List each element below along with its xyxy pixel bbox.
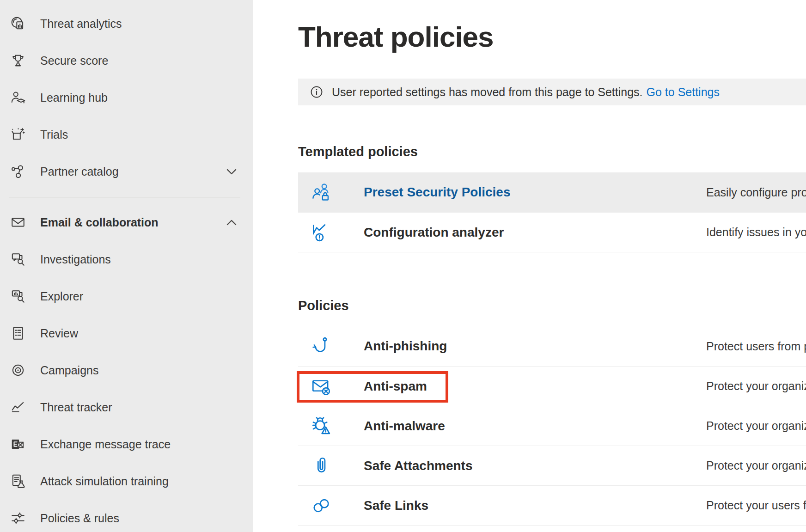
review-icon bbox=[10, 325, 26, 341]
row-label: Anti-phishing bbox=[364, 339, 447, 354]
sidebar-item-label: Threat tracker bbox=[40, 401, 112, 414]
preset-security-policies-icon bbox=[311, 182, 331, 202]
row-description: Protect your organiz bbox=[706, 459, 806, 472]
safe-links-icon bbox=[311, 495, 331, 516]
row-label: Configuration analyzer bbox=[364, 225, 504, 240]
row-anti-malware[interactable]: Anti-malware Protect your organiz bbox=[298, 406, 806, 446]
policies-list: Anti-phishing Protect users from p Anti-… bbox=[298, 326, 806, 526]
secure-score-icon bbox=[10, 53, 26, 68]
anti-spam-icon bbox=[311, 376, 331, 397]
threat-tracker-icon bbox=[10, 399, 26, 415]
row-anti-spam[interactable]: Anti-spam Protect your organiz bbox=[298, 366, 806, 406]
explorer-icon bbox=[10, 288, 26, 304]
sidebar-item-label: Explorer bbox=[40, 290, 83, 303]
info-icon bbox=[310, 86, 323, 98]
row-anti-phishing[interactable]: Anti-phishing Protect users from p bbox=[298, 326, 806, 366]
templated-policies-list: Preset Security Policies Easily configur… bbox=[298, 172, 806, 252]
main-content: Threat policies User reported settings h… bbox=[253, 0, 806, 532]
sidebar-item-label: Partner catalog bbox=[40, 165, 119, 178]
campaigns-icon bbox=[10, 362, 26, 378]
sidebar-item-label: Secure score bbox=[40, 54, 108, 67]
row-label: Preset Security Policies bbox=[364, 185, 511, 200]
partner-catalog-icon bbox=[10, 164, 26, 179]
sidebar-item-label: Trials bbox=[40, 128, 68, 141]
row-description: Identify issues in you bbox=[706, 226, 806, 239]
sidebar-item-label: Exchange message trace bbox=[40, 438, 171, 451]
sidebar-item-label: Investigations bbox=[40, 253, 111, 266]
trials-icon bbox=[10, 127, 26, 142]
chevron-down-icon bbox=[226, 168, 237, 175]
sidebar-item-exchange-message-trace[interactable]: Exchange message trace bbox=[0, 426, 253, 463]
configuration-analyzer-icon bbox=[311, 222, 331, 243]
sidebar-item-email-collaboration[interactable]: Email & collaboration bbox=[0, 204, 253, 241]
safe-attachments-icon bbox=[311, 456, 331, 476]
row-safe-attachments[interactable]: Safe Attachments Protect your organiz bbox=[298, 446, 806, 485]
row-preset-security-policies[interactable]: Preset Security Policies Easily configur… bbox=[298, 172, 806, 212]
row-description: Protect your users fr bbox=[706, 499, 806, 512]
sidebar-item-secure-score[interactable]: Secure score bbox=[0, 42, 253, 79]
defender-portal: Threat analytics Secure score bbox=[0, 0, 806, 532]
sidebar-divider bbox=[9, 197, 240, 197]
row-configuration-analyzer[interactable]: Configuration analyzer Identify issues i… bbox=[298, 212, 806, 252]
exchange-message-trace-icon bbox=[10, 436, 26, 452]
row-label: Safe Links bbox=[364, 498, 428, 513]
templated-policies-heading: Templated policies bbox=[298, 143, 806, 160]
row-description: Protect your organiz bbox=[706, 379, 806, 393]
policies-rules-icon bbox=[10, 510, 26, 526]
go-to-settings-link[interactable]: Go to Settings bbox=[647, 86, 720, 99]
sidebar-item-trials[interactable]: Trials bbox=[0, 116, 253, 153]
row-label: Anti-malware bbox=[364, 419, 445, 434]
learning-hub-icon bbox=[10, 90, 26, 105]
anti-phishing-icon bbox=[311, 336, 331, 356]
sidebar-item-partner-catalog[interactable]: Partner catalog bbox=[0, 153, 253, 190]
sidebar-item-campaigns[interactable]: Campaigns bbox=[0, 352, 253, 389]
row-description: Protect users from p bbox=[706, 340, 806, 353]
row-label: Anti-spam bbox=[364, 379, 427, 394]
page-title: Threat policies bbox=[298, 19, 806, 55]
sidebar-item-review[interactable]: Review bbox=[0, 315, 253, 352]
policies-heading: Policies bbox=[298, 297, 806, 314]
sidebar-item-threat-tracker[interactable]: Threat tracker bbox=[0, 389, 253, 426]
sidebar-item-threat-analytics[interactable]: Threat analytics bbox=[0, 5, 253, 42]
row-safe-links[interactable]: Safe Links Protect your users fr bbox=[298, 485, 806, 525]
threat-analytics-icon bbox=[10, 16, 26, 31]
sidebar-item-explorer[interactable]: Explorer bbox=[0, 278, 253, 315]
info-banner: User reported settings has moved from th… bbox=[298, 79, 806, 105]
anti-malware-icon bbox=[311, 416, 331, 436]
sidebar-item-label: Policies & rules bbox=[40, 512, 119, 525]
sidebar-item-label: Review bbox=[40, 327, 78, 340]
sidebar-item-policies-rules[interactable]: Policies & rules bbox=[0, 500, 253, 532]
sidebar-item-investigations[interactable]: Investigations bbox=[0, 241, 253, 278]
investigations-icon bbox=[10, 251, 26, 267]
attack-simulation-training-icon bbox=[10, 473, 26, 489]
banner-message: User reported settings has moved from th… bbox=[332, 86, 643, 99]
sidebar-item-label: Campaigns bbox=[40, 364, 98, 377]
row-description: Protect your organiz bbox=[706, 419, 806, 433]
sidebar-item-label: Learning hub bbox=[40, 91, 108, 104]
chevron-up-icon bbox=[226, 219, 237, 226]
sidebar-item-attack-simulation-training[interactable]: Attack simulation training bbox=[0, 463, 253, 500]
sidebar-nav: Threat analytics Secure score bbox=[0, 0, 253, 532]
row-description: Easily configure prot bbox=[706, 186, 806, 199]
sidebar-item-label: Email & collaboration bbox=[40, 216, 159, 229]
email-collaboration-icon bbox=[10, 214, 26, 230]
row-label: Safe Attachments bbox=[364, 459, 472, 473]
sidebar-item-learning-hub[interactable]: Learning hub bbox=[0, 79, 253, 116]
sidebar-item-label: Threat analytics bbox=[40, 17, 122, 31]
sidebar-item-label: Attack simulation training bbox=[40, 475, 169, 488]
